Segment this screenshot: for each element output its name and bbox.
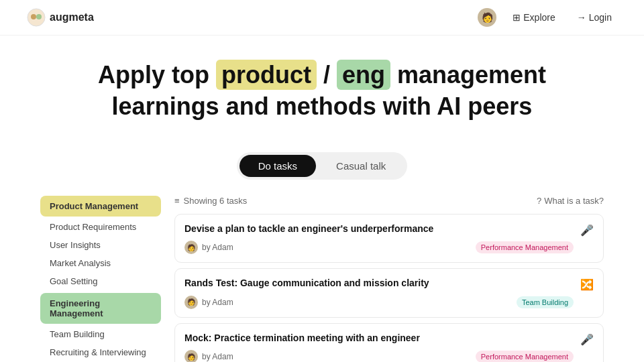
svg-point-2 [36,14,42,19]
highlight-product: product [216,60,317,90]
task-meta: 🧑 by Adam Performance Management [184,241,574,254]
task-meta: 🧑 by Adam Team Building [184,296,574,309]
task-list: Devise a plan to tackle an engineer's un… [174,214,604,362]
logo[interactable]: augmeta [27,8,94,27]
logo-icon [27,8,46,27]
login-icon: → [577,12,586,23]
sidebar-item-user-insights[interactable]: User Insights [40,236,161,254]
task-avatar: 🧑 [184,350,198,362]
tasks-panel: ≡ Showing 6 tasks ? What is a task? Devi… [161,196,604,362]
task-title: Devise a plan to tackle an engineer's un… [184,223,574,236]
sidebar-header-engineering[interactable]: Engineering Management [40,293,161,324]
login-button[interactable]: → Login [572,9,617,25]
sidebar-section-engineering: Engineering Management Team Building Rec… [40,293,161,362]
highlight-eng: eng [337,60,390,90]
task-avatar: 🧑 [184,241,198,254]
casual-talk-button[interactable]: Casual talk [317,155,405,177]
task-author: 🧑 by Adam [184,241,233,254]
svg-point-1 [31,14,36,19]
task-card[interactable]: Mock: Practice termination meeting with … [174,323,604,362]
mode-toggle: Do tasks Casual talk [237,152,408,180]
task-action-icon[interactable]: 🎤 [580,224,594,237]
main-content: Product Management Product Requirements … [0,196,644,362]
nav-right: 🧑 ⊞ Explore → Login [478,8,617,27]
explore-button[interactable]: ⊞ Explore [507,9,560,25]
sidebar-item-market-analysis[interactable]: Market Analysis [40,254,161,272]
task-tag: Team Building [517,296,574,308]
logo-text: augmeta [50,11,94,23]
task-card[interactable]: Rands Test: Gauge communication and miss… [174,268,604,318]
hero-section: Apply top product / eng management learn… [0,36,644,139]
tasks-icon: ≡ [174,196,180,206]
task-action-icon[interactable]: 🎤 [580,333,594,346]
mode-toggle-row: Do tasks Casual talk [0,152,644,180]
user-avatar: 🧑 [478,8,496,27]
sidebar-section-product: Product Management Product Requirements … [40,196,161,290]
task-card[interactable]: Devise a plan to tackle an engineer's un… [174,214,604,263]
grid-icon: ⊞ [513,12,521,23]
task-author: 🧑 by Adam [184,350,233,362]
task-tag: Performance Management [476,351,574,362]
sidebar-item-team-building[interactable]: Team Building [40,325,161,343]
task-left: Mock: Practice termination meeting with … [184,332,574,362]
do-tasks-button[interactable]: Do tasks [239,155,316,177]
task-title: Mock: Practice termination meeting with … [184,332,574,345]
tasks-header: ≡ Showing 6 tasks ? What is a task? [174,196,604,206]
sidebar-item-recruiting[interactable]: Recruiting & Interviewing [40,343,161,361]
sidebar: Product Management Product Requirements … [40,196,161,362]
task-author: 🧑 by Adam [184,296,233,309]
what-is-task[interactable]: ? What is a task? [537,196,604,206]
task-action-icon[interactable]: 🔀 [580,278,594,291]
svg-point-0 [28,9,45,26]
task-avatar: 🧑 [184,296,198,309]
sidebar-item-goal-setting[interactable]: Goal Setting [40,272,161,290]
help-icon: ? [537,196,541,206]
tasks-count: ≡ Showing 6 tasks [174,196,247,206]
hero-heading: Apply top product / eng management learn… [27,60,617,123]
task-left: Rands Test: Gauge communication and miss… [184,277,574,309]
task-title: Rands Test: Gauge communication and miss… [184,277,574,290]
task-meta: 🧑 by Adam Performance Management [184,350,574,362]
sidebar-item-product-requirements[interactable]: Product Requirements [40,218,161,236]
task-left: Devise a plan to tackle an engineer's un… [184,223,574,255]
task-tag: Performance Management [476,241,574,253]
sidebar-header-product[interactable]: Product Management [40,196,161,217]
